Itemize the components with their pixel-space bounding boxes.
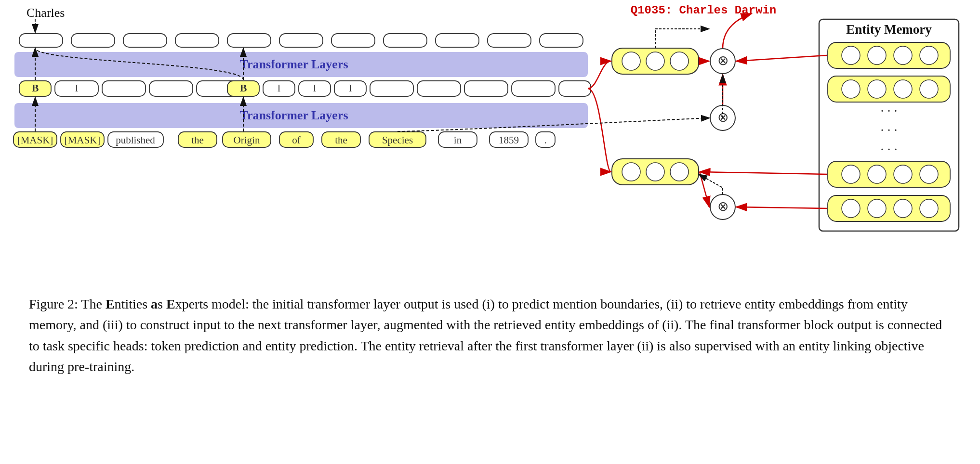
period-label: . bbox=[544, 134, 546, 146]
charles-label: Charles bbox=[26, 6, 65, 20]
i-label-3: I bbox=[313, 83, 317, 93]
diagram-area: Transformer Layers B I B I I I bbox=[0, 0, 980, 289]
1859-label: 1859 bbox=[499, 134, 519, 146]
memory-circle-2-3 bbox=[894, 80, 912, 98]
memory-circle-1-3 bbox=[894, 46, 912, 64]
memory-circle-1-1 bbox=[842, 46, 860, 64]
svg-rect-12 bbox=[488, 34, 531, 47]
memory-circle-2-2 bbox=[868, 80, 886, 98]
svg-rect-17 bbox=[149, 81, 193, 96]
red-arrow-mem3-embed-bot bbox=[700, 172, 827, 174]
dashed-embed-top-right bbox=[655, 29, 709, 48]
mask-2-label: [MASK] bbox=[65, 134, 101, 146]
transformer-label-top: Transformer Layers bbox=[239, 57, 348, 71]
svg-rect-16 bbox=[102, 81, 146, 96]
middle-token-row: B I B I I I bbox=[19, 81, 591, 96]
embed-circle-b1 bbox=[622, 163, 640, 181]
memory-circle-3-4 bbox=[920, 165, 938, 183]
caption-text: Figure 2: The Entities as Experts model:… bbox=[29, 294, 951, 377]
embed-circle-b2 bbox=[646, 163, 664, 181]
memory-circle-4-3 bbox=[894, 199, 912, 218]
i-label-2: I bbox=[278, 83, 281, 93]
origin-label: Origin bbox=[234, 134, 260, 146]
memory-circle-4-1 bbox=[842, 199, 860, 218]
memory-circle-1-2 bbox=[868, 46, 886, 64]
red-arrow-tokens-embed-bot bbox=[588, 89, 611, 172]
i-label-4: I bbox=[349, 83, 352, 93]
figure-label: Figure 2: The Entities as Experts model:… bbox=[29, 296, 942, 374]
red-arrow-tokens-embed-top bbox=[588, 61, 611, 89]
svg-text:⊗: ⊗ bbox=[717, 199, 728, 214]
caption-area: Figure 2: The Entities as Experts model:… bbox=[0, 289, 980, 387]
svg-rect-9 bbox=[331, 34, 375, 47]
svg-rect-4 bbox=[71, 34, 115, 47]
memory-circle-3-2 bbox=[868, 165, 886, 183]
svg-text:⊗: ⊗ bbox=[717, 53, 728, 68]
memory-circle-2-4 bbox=[920, 80, 938, 98]
entity-memory-label: Entity Memory bbox=[846, 22, 932, 37]
dashed-otimes-bot-embed bbox=[699, 174, 723, 194]
b-label-1: B bbox=[32, 82, 39, 94]
svg-rect-25 bbox=[464, 81, 508, 96]
the-1-label: the bbox=[191, 134, 204, 146]
of-label: of bbox=[292, 134, 301, 146]
svg-rect-23 bbox=[370, 81, 413, 96]
svg-rect-7 bbox=[227, 34, 271, 47]
red-arrow-mem4-otimes-bot bbox=[736, 207, 827, 208]
mask-1-label: [MASK] bbox=[17, 134, 53, 146]
memory-circle-1-4 bbox=[920, 46, 938, 64]
svg-rect-3 bbox=[19, 34, 63, 47]
transformer-label-bottom: Transformer Layers bbox=[239, 108, 348, 122]
embed-circle-t2 bbox=[646, 52, 664, 70]
svg-rect-8 bbox=[279, 34, 323, 47]
memory-circle-4-4 bbox=[920, 199, 938, 218]
svg-rect-27 bbox=[559, 81, 591, 96]
embed-circle-t1 bbox=[622, 52, 640, 70]
published-label: published bbox=[116, 134, 155, 146]
memory-circle-3-3 bbox=[894, 165, 912, 183]
svg-rect-24 bbox=[417, 81, 461, 96]
red-arrow-otimes-q bbox=[723, 13, 752, 48]
svg-rect-13 bbox=[540, 34, 583, 47]
memory-circle-4-2 bbox=[868, 199, 886, 218]
dots-3: · · · bbox=[881, 142, 898, 157]
i-label-1: I bbox=[75, 83, 79, 93]
svg-rect-11 bbox=[436, 34, 479, 47]
diagram-svg: Transformer Layers B I B I I I bbox=[0, 0, 980, 289]
svg-rect-5 bbox=[123, 34, 167, 47]
the-2-label: the bbox=[335, 134, 347, 146]
q1035-label: Q1035: Charles Darwin bbox=[631, 4, 776, 17]
output-token-row bbox=[19, 34, 583, 47]
svg-rect-6 bbox=[175, 34, 219, 47]
red-arrow-mem1-otimes bbox=[736, 55, 827, 61]
dots-2: · · · bbox=[881, 123, 898, 138]
embed-circle-t3 bbox=[670, 52, 689, 70]
memory-circle-2-1 bbox=[842, 80, 860, 98]
embed-circle-b3 bbox=[670, 163, 689, 181]
svg-rect-10 bbox=[384, 34, 427, 47]
species-label: Species bbox=[382, 134, 413, 146]
memory-circle-3-1 bbox=[842, 165, 860, 183]
dots-1: · · · bbox=[881, 103, 898, 118]
b-label-2: B bbox=[240, 82, 247, 94]
in-label: in bbox=[454, 134, 462, 146]
svg-rect-26 bbox=[512, 81, 555, 96]
